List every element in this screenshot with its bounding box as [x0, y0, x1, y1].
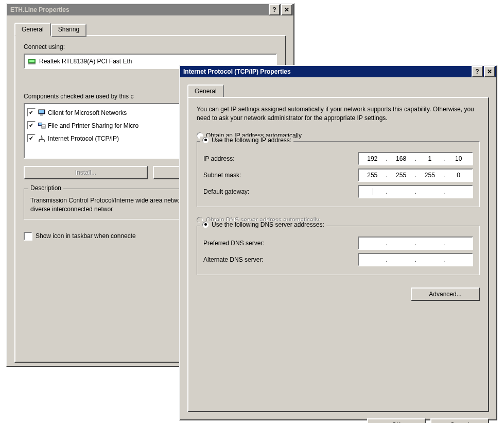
cancel-button[interactable]: Cancel — [430, 418, 489, 423]
svg-rect-2 — [28, 63, 36, 64]
nic-icon — [28, 57, 36, 65]
svg-rect-1 — [29, 60, 34, 62]
radio-static-dns[interactable]: Use the following DNS server addresses: — [202, 221, 324, 228]
show-icon-label: Show icon in taskbar when connecte — [36, 232, 136, 240]
eth-title: ETH.Line Properties — [10, 6, 269, 13]
radio-static-ip[interactable]: Use the following IP address: — [202, 137, 291, 144]
tab-sharing[interactable]: Sharing — [51, 24, 86, 37]
static-ip-group: Use the following IP address: IP address… — [197, 141, 480, 207]
subnet-mask-input[interactable]: 255. 255. 255. 0 — [358, 168, 473, 182]
gateway-label: Default gateway: — [203, 188, 249, 195]
preferred-dns-label: Preferred DNS server: — [203, 240, 265, 247]
radio-static-ip-label: Use the following IP address: — [212, 137, 291, 144]
list-item-label: Client for Microsoft Networks — [48, 109, 127, 116]
gateway-input[interactable]: . . . — [358, 185, 473, 198]
tab-general[interactable]: General — [187, 84, 224, 98]
radio-icon — [202, 222, 208, 228]
svg-point-12 — [41, 137, 43, 139]
radio-static-dns-label: Use the following DNS server addresses: — [212, 221, 324, 228]
alternate-dns-label: Alternate DNS server: — [203, 256, 264, 263]
connect-using-label: Connect using: — [24, 43, 277, 50]
help-icon[interactable]: ? — [472, 66, 483, 77]
checkbox-icon[interactable]: ✔ — [27, 108, 36, 117]
ip-address-label: IP address: — [203, 155, 234, 162]
protocol-icon — [38, 134, 46, 143]
list-item-label: Internet Protocol (TCP/IP) — [48, 135, 119, 142]
alternate-dns-input[interactable]: . . . — [358, 253, 473, 266]
adapter-name: Realtek RTL8139(A) PCI Fast Eth — [39, 58, 132, 65]
svg-rect-5 — [40, 114, 43, 116]
close-icon[interactable]: ✕ — [281, 4, 292, 15]
preferred-dns-input[interactable]: . . . — [358, 236, 473, 250]
tab-general-label: General — [22, 26, 44, 33]
intro-text: You can get IP settings assigned automat… — [197, 105, 480, 123]
install-button[interactable]: Install... — [24, 166, 148, 179]
printer-icon — [38, 122, 46, 130]
svg-rect-9 — [42, 125, 45, 126]
help-icon[interactable]: ? — [269, 4, 280, 15]
description-title: Description — [28, 184, 63, 192]
list-item-label: File and Printer Sharing for Micro — [48, 122, 138, 129]
checkbox-icon[interactable] — [24, 232, 32, 241]
tab-general[interactable]: General — [14, 23, 51, 36]
subnet-mask-label: Subnet mask: — [203, 172, 241, 179]
checkbox-icon[interactable]: ✔ — [27, 134, 36, 143]
advanced-button[interactable]: Advanced... — [411, 287, 480, 301]
ok-button[interactable]: OK — [367, 418, 426, 423]
tcpip-properties-window: Internet Protocol (TCP/IP) Properties ? … — [179, 65, 497, 420]
ip-address-input[interactable]: 192. 168. 1. 10 — [358, 152, 473, 165]
static-dns-group: Use the following DNS server addresses: … — [197, 226, 480, 275]
svg-rect-7 — [39, 123, 42, 125]
eth-titlebar[interactable]: ETH.Line Properties ? ✕ — [7, 4, 293, 15]
checkbox-icon[interactable]: ✔ — [27, 121, 36, 130]
tcpip-title: Internet Protocol (TCP/IP) Properties — [183, 68, 472, 75]
svg-rect-4 — [39, 110, 44, 113]
tcpip-titlebar[interactable]: Internet Protocol (TCP/IP) Properties ? … — [180, 66, 496, 77]
close-icon[interactable]: ✕ — [484, 66, 495, 77]
monitor-icon — [38, 109, 46, 117]
tab-sharing-label: Sharing — [58, 26, 79, 33]
radio-icon — [202, 137, 208, 143]
tab-general-label: General — [195, 88, 217, 95]
